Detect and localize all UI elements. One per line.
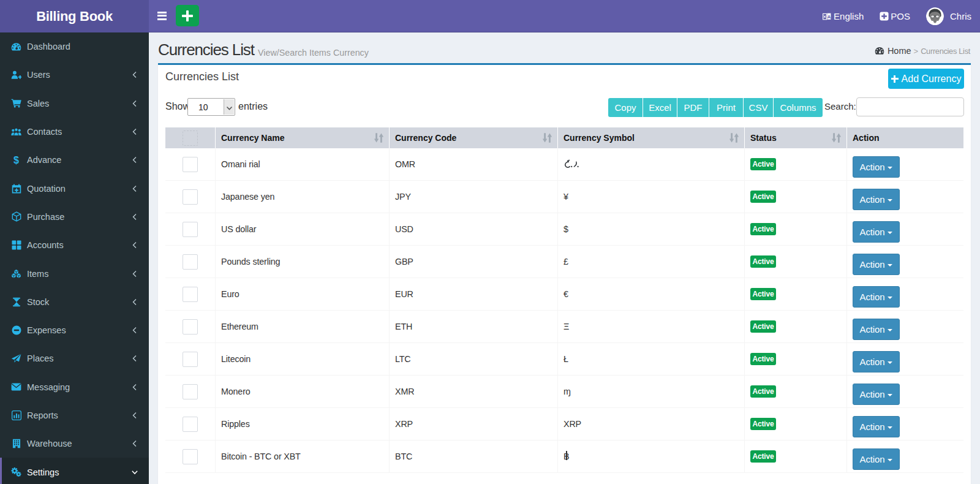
svg-text:A: A	[827, 13, 831, 19]
svg-text:$: $	[13, 155, 19, 165]
